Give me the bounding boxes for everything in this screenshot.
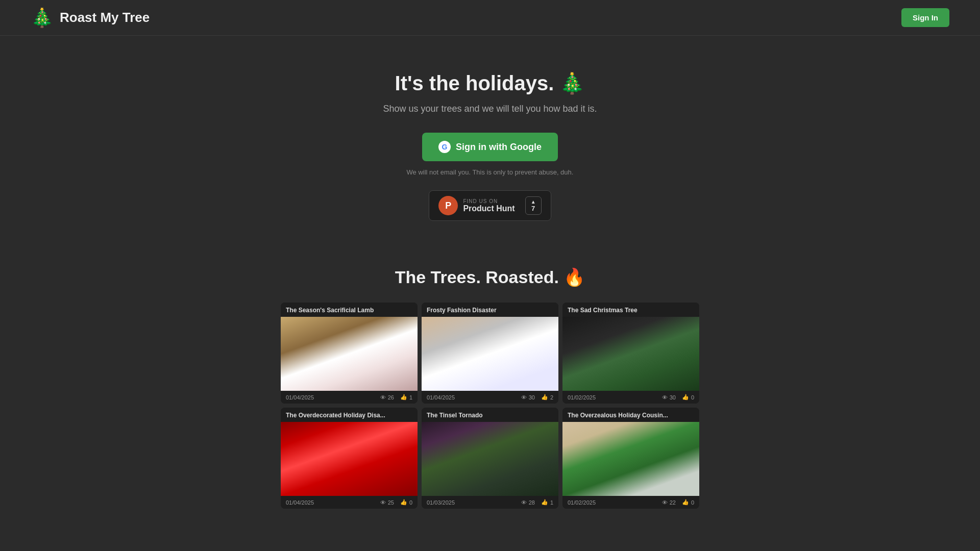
hero-subtext: Show us your trees and we will tell you … <box>10 104 970 114</box>
tree-card[interactable]: The Overdecorated Holiday Disa... 01/04/… <box>281 408 418 509</box>
tree-card-title: The Sad Christmas Tree <box>562 303 699 317</box>
tree-card[interactable]: Frosty Fashion Disaster 01/04/2025 👁 30 … <box>422 303 558 404</box>
tree-likes: 👍 1 <box>541 499 553 506</box>
tree-card-title: The Overdecorated Holiday Disa... <box>281 408 418 422</box>
google-signin-label: Sign in with Google <box>456 142 542 153</box>
tree-card-title: Frosty Fashion Disaster <box>422 303 558 317</box>
like-icon: 👍 <box>400 499 407 506</box>
like-icon: 👍 <box>682 394 689 400</box>
like-icon: 👍 <box>400 394 407 400</box>
tree-date: 01/02/2025 <box>568 394 596 400</box>
trees-section: The Trees. Roasted. 🔥 The Season's Sacri… <box>0 246 980 529</box>
signin-button[interactable]: Sign In <box>901 8 949 27</box>
tree-date: 01/04/2025 <box>286 499 314 506</box>
tree-views: 👁 25 <box>380 499 394 506</box>
tree-card-footer: 01/02/2025 👁 30 👍 0 <box>562 391 699 404</box>
google-signin-button[interactable]: G Sign in with Google <box>422 133 558 161</box>
site-title: Roast My Tree <box>60 10 150 26</box>
tree-card-title: The Tinsel Tornado <box>422 408 558 422</box>
tree-card-image <box>562 422 699 496</box>
tree-card-image <box>422 422 558 496</box>
brand: 🎄 Roast My Tree <box>31 7 150 29</box>
tree-card[interactable]: The Sad Christmas Tree 01/02/2025 👁 30 👍… <box>562 303 699 404</box>
tree-card-image <box>422 317 558 391</box>
tree-card[interactable]: The Overzealous Holiday Cousin... 01/02/… <box>562 408 699 509</box>
tree-date: 01/04/2025 <box>427 394 455 400</box>
tree-views: 👁 28 <box>521 499 535 506</box>
upvote-arrow-icon: ▲ <box>531 199 536 205</box>
tree-likes: 👍 0 <box>682 499 694 506</box>
tree-card-footer: 01/04/2025 👁 26 👍 1 <box>281 391 418 404</box>
tree-views: 👁 22 <box>662 499 676 506</box>
navbar: 🎄 Roast My Tree Sign In <box>0 0 980 36</box>
tree-likes: 👍 0 <box>682 394 694 400</box>
tree-likes: 👍 2 <box>541 394 553 400</box>
tree-card[interactable]: The Season's Sacrificial Lamb 01/04/2025… <box>281 303 418 404</box>
eye-icon: 👁 <box>380 394 386 400</box>
tree-card-image <box>562 317 699 391</box>
tree-stats: 👁 25 👍 0 <box>380 499 412 506</box>
like-icon: 👍 <box>541 394 548 400</box>
eye-icon: 👁 <box>380 499 386 506</box>
product-hunt-badge[interactable]: P FIND US ON Product Hunt ▲ 7 <box>429 190 551 221</box>
hero-heading: It's the holidays. 🎄 <box>10 71 970 95</box>
product-hunt-icon: P <box>438 196 458 215</box>
tree-stats: 👁 22 👍 0 <box>662 499 694 506</box>
ph-upvote-box[interactable]: ▲ 7 <box>525 196 542 215</box>
product-hunt-text: FIND US ON Product Hunt <box>463 198 514 213</box>
eye-icon: 👁 <box>662 394 668 400</box>
tree-card-title: The Season's Sacrificial Lamb <box>281 303 418 317</box>
upvote-count: 7 <box>531 205 535 212</box>
tree-date: 01/02/2025 <box>568 499 596 506</box>
eye-icon: 👁 <box>662 499 668 506</box>
tree-card-footer: 01/04/2025 👁 25 👍 0 <box>281 496 418 509</box>
ph-find-label: FIND US ON <box>463 198 498 204</box>
ph-name: Product Hunt <box>463 204 514 213</box>
logo-icon: 🎄 <box>31 7 54 29</box>
tree-card-footer: 01/04/2025 👁 30 👍 2 <box>422 391 558 404</box>
hero-section: It's the holidays. 🎄 Show us your trees … <box>0 36 980 246</box>
tree-card-footer: 01/03/2025 👁 28 👍 1 <box>422 496 558 509</box>
tree-card-image <box>281 422 418 496</box>
tree-date: 01/04/2025 <box>286 394 314 400</box>
tree-card-title: The Overzealous Holiday Cousin... <box>562 408 699 422</box>
tree-card-footer: 01/02/2025 👁 22 👍 0 <box>562 496 699 509</box>
eye-icon: 👁 <box>521 394 527 400</box>
like-icon: 👍 <box>541 499 548 506</box>
tree-card[interactable]: The Tinsel Tornado 01/03/2025 👁 28 👍 1 <box>422 408 558 509</box>
tree-card-image <box>281 317 418 391</box>
trees-heading: The Trees. Roasted. 🔥 <box>10 267 970 287</box>
tree-likes: 👍 0 <box>400 499 412 506</box>
tree-views: 👁 26 <box>380 394 394 400</box>
google-icon: G <box>438 141 451 153</box>
tree-stats: 👁 30 👍 0 <box>662 394 694 400</box>
tree-views: 👁 30 <box>662 394 676 400</box>
tree-likes: 👍 1 <box>400 394 412 400</box>
tree-stats: 👁 28 👍 1 <box>521 499 553 506</box>
no-email-notice: We will not email you. This is only to p… <box>407 168 574 176</box>
eye-icon: 👁 <box>521 499 527 506</box>
tree-date: 01/03/2025 <box>427 499 455 506</box>
like-icon: 👍 <box>682 499 689 506</box>
tree-grid: The Season's Sacrificial Lamb 01/04/2025… <box>281 303 699 509</box>
tree-views: 👁 30 <box>521 394 535 400</box>
tree-stats: 👁 30 👍 2 <box>521 394 553 400</box>
tree-stats: 👁 26 👍 1 <box>380 394 412 400</box>
